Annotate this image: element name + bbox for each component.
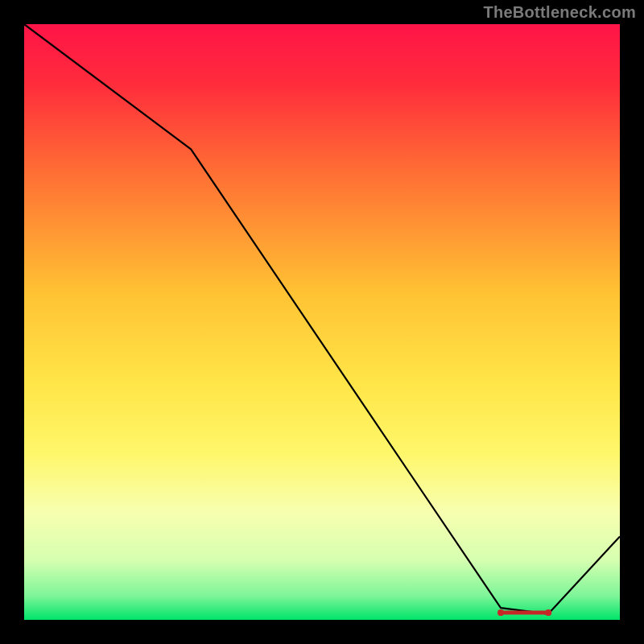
optimal-marker [497, 609, 551, 616]
watermark-text: TheBottleneck.com [483, 3, 636, 22]
chart-frame: TheBottleneck.com [0, 0, 644, 644]
optimal-marker-layer [24, 24, 620, 620]
svg-point-2 [497, 609, 504, 616]
svg-point-3 [545, 609, 551, 616]
plot-area [24, 24, 620, 620]
